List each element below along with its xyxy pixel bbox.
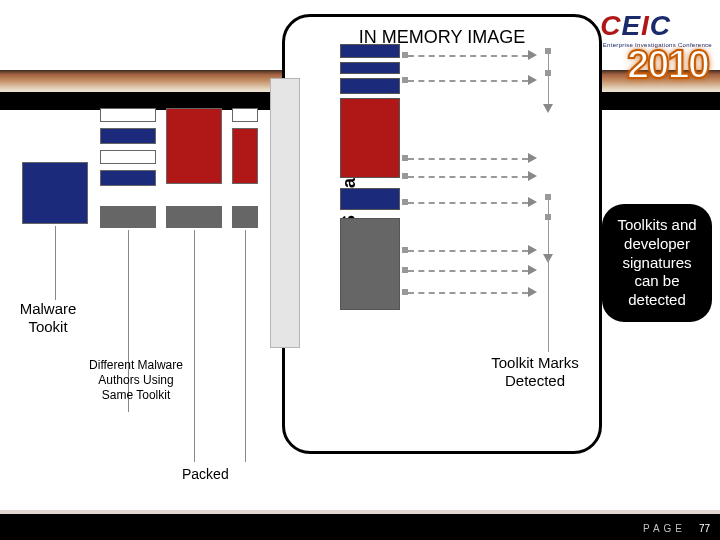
mark-tick (545, 214, 551, 220)
arrow-right-icon (528, 50, 537, 60)
packed-block (232, 108, 258, 122)
arrow-right-icon (528, 287, 537, 297)
footer-black-bar (0, 514, 720, 540)
mark-line (408, 55, 528, 57)
arrow-right-icon (528, 245, 537, 255)
mark-line (408, 80, 528, 82)
arrow-right-icon (528, 75, 537, 85)
mark-tick (402, 247, 408, 253)
mark-line (408, 270, 528, 272)
packed-block (100, 170, 156, 186)
mark-tick (402, 77, 408, 83)
mark-tick (402, 155, 408, 161)
mark-tick (545, 48, 551, 54)
mark-line (408, 292, 528, 294)
callout-text: Toolkits and developer signatures can be… (617, 216, 696, 308)
memory-segment (340, 218, 400, 310)
footer-page-number: 77 (699, 523, 710, 534)
label-different-authors: Different Malware Authors Using Same Too… (86, 358, 186, 403)
packed-block (22, 162, 88, 224)
mark-tick (402, 289, 408, 295)
mark-tick (402, 52, 408, 58)
mark-vline (548, 50, 549, 104)
packed-block (166, 206, 222, 228)
packed-block (232, 128, 258, 184)
mark-tick (545, 70, 551, 76)
packed-block (100, 128, 156, 144)
mark-tick (545, 194, 551, 200)
mark-line (408, 202, 528, 204)
memory-segment (340, 44, 400, 58)
arrow-right-icon (528, 153, 537, 163)
callout-bubble: Toolkits and developer signatures can be… (602, 204, 712, 322)
memory-segment (340, 62, 400, 74)
mark-vline (548, 196, 549, 254)
memory-segment (340, 78, 400, 94)
mark-tick (402, 267, 408, 273)
memory-segment (340, 188, 400, 210)
mark-line (408, 176, 528, 178)
mark-line (408, 158, 528, 160)
mark-tick (402, 173, 408, 179)
connector-line (548, 258, 549, 352)
footer-page-word: PAGE (643, 523, 686, 534)
arrow-right-icon (528, 197, 537, 207)
connector-line (55, 226, 56, 300)
os-loader-bar (270, 78, 300, 348)
mark-line (408, 250, 528, 252)
packed-block (100, 206, 156, 228)
arrow-right-icon (528, 171, 537, 181)
packed-block (166, 108, 222, 184)
label-toolkit-marks: Toolkit Marks Detected (480, 354, 590, 390)
packed-block (232, 206, 258, 228)
arrow-right-icon (528, 265, 537, 275)
packed-block (100, 150, 156, 164)
arrow-down-icon (543, 104, 553, 113)
connector-line (245, 230, 246, 462)
label-malware-toolkit: Malware Tookit (4, 300, 92, 336)
packed-block (100, 108, 156, 122)
year-badge: 2010 (627, 42, 708, 87)
mark-tick (402, 199, 408, 205)
connector-line (194, 230, 195, 462)
label-packed: Packed (182, 466, 229, 482)
memory-segment (340, 98, 400, 178)
